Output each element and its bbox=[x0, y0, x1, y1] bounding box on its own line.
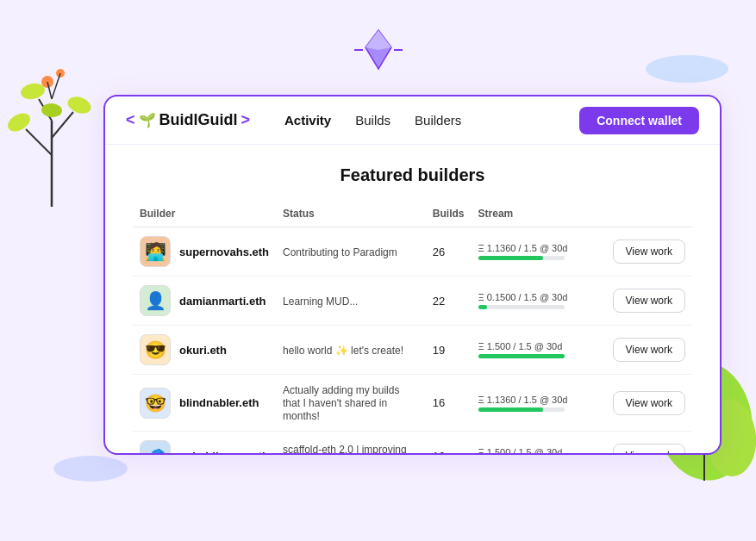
builds-cell: 19 bbox=[426, 326, 472, 375]
status-text: hello world ✨ let's create! bbox=[283, 345, 403, 357]
logo-text: BuidlGuidl bbox=[159, 111, 238, 129]
svg-line-10 bbox=[47, 82, 52, 99]
builder-cell: 👤 damianmarti.eth bbox=[133, 277, 276, 326]
view-work-cell: View work bbox=[606, 432, 692, 456]
svg-point-22 bbox=[646, 55, 728, 83]
table-row: 🧑‍💻 supernovahs.eth Contributing to Para… bbox=[133, 227, 692, 277]
svg-line-2 bbox=[52, 112, 73, 138]
status-cell: Contributing to Paradigm bbox=[276, 227, 426, 277]
svg-point-23 bbox=[53, 456, 128, 482]
nav-item-activity[interactable]: Activity bbox=[284, 109, 331, 131]
status-text: Contributing to Paradigm bbox=[283, 246, 397, 258]
view-work-button[interactable]: View work bbox=[613, 444, 685, 455]
builds-count: 16 bbox=[433, 450, 445, 456]
builds-count: 19 bbox=[433, 344, 445, 357]
stream-label: Ξ 1.1360 / 1.5 @ 30d bbox=[478, 395, 599, 405]
connect-wallet-button[interactable]: Connect wallet bbox=[579, 107, 699, 134]
stream-cell: Ξ 1.500 / 1.5 @ 30d bbox=[472, 326, 606, 375]
svg-line-3 bbox=[39, 99, 52, 121]
avatar: 🧢 bbox=[140, 440, 171, 455]
builds-cell: 22 bbox=[426, 277, 472, 326]
status-text: Learning MUD... bbox=[283, 295, 358, 308]
logo-bracket-close: > bbox=[241, 111, 251, 129]
builder-name: naimbijapure.eth bbox=[179, 450, 269, 456]
stream-bar-bg bbox=[478, 256, 565, 260]
svg-marker-18 bbox=[366, 30, 391, 69]
builds-count: 26 bbox=[433, 246, 445, 258]
builder-cell: 🧢 naimbijapure.eth bbox=[133, 432, 276, 456]
builder-cell: 🤓 blindnabler.eth bbox=[133, 375, 276, 432]
avatar: 🧑‍💻 bbox=[140, 236, 171, 267]
builder-name: blindnabler.eth bbox=[179, 396, 259, 409]
svg-point-8 bbox=[41, 76, 53, 88]
table-row: 😎 okuri.eth hello world ✨ let's create!1… bbox=[133, 326, 692, 375]
status-cell: scaffold-eth 2.0 | improving multisig.lo… bbox=[276, 432, 426, 456]
view-work-cell: View work bbox=[606, 277, 692, 326]
builders-table: Builder Status Builds Stream 🧑‍💻 superno… bbox=[133, 202, 692, 455]
builds-cell: 16 bbox=[426, 432, 472, 456]
view-work-button[interactable]: View work bbox=[613, 239, 685, 264]
decor-blob-left bbox=[52, 451, 129, 489]
builder-name: damianmarti.eth bbox=[179, 295, 266, 308]
builds-count: 16 bbox=[433, 396, 445, 409]
navbar: < 🌱 BuidlGuidl > Activity Builds Builder… bbox=[105, 96, 720, 145]
svg-point-4 bbox=[4, 109, 33, 135]
stream-bar-fill bbox=[478, 305, 487, 309]
nav-item-builds[interactable]: Builds bbox=[355, 109, 390, 131]
decor-diamond-icon bbox=[353, 26, 404, 81]
stream-bar-bg bbox=[478, 407, 565, 412]
view-work-button[interactable]: View work bbox=[613, 289, 685, 313]
decor-blob-right bbox=[644, 52, 730, 90]
stream-cell: Ξ 0.1500 / 1.5 @ 30d bbox=[472, 277, 606, 326]
view-work-cell: View work bbox=[606, 227, 692, 277]
table-row: 🧢 naimbijapure.eth scaffold-eth 2.0 | im… bbox=[133, 432, 692, 456]
avatar: 👤 bbox=[140, 285, 171, 316]
logo-icon: 🌱 bbox=[139, 112, 156, 128]
view-work-button[interactable]: View work bbox=[613, 391, 685, 415]
avatar: 🤓 bbox=[140, 388, 171, 419]
builder-name: supernovahs.eth bbox=[179, 246, 269, 258]
nav-item-builders[interactable]: Builders bbox=[415, 109, 461, 131]
svg-point-6 bbox=[20, 82, 47, 102]
status-text: scaffold-eth 2.0 | improving multisig.lo… bbox=[283, 444, 409, 455]
stream-cell: Ξ 1.500 / 1.5 @ 30d bbox=[472, 432, 606, 456]
stream-cell: Ξ 1.1360 / 1.5 @ 30d bbox=[472, 375, 606, 432]
stream-label: Ξ 0.1500 / 1.5 @ 30d bbox=[478, 292, 599, 302]
svg-line-11 bbox=[52, 73, 60, 99]
svg-point-5 bbox=[66, 94, 93, 116]
table-row: 👤 damianmarti.eth Learning MUD...22 Ξ 0.… bbox=[133, 277, 692, 326]
stream-bar-bg bbox=[478, 354, 565, 358]
col-header-stream: Stream bbox=[472, 202, 606, 227]
col-header-status: Status bbox=[276, 202, 426, 227]
stream-bar-fill bbox=[478, 354, 565, 358]
view-work-cell: View work bbox=[606, 326, 692, 375]
status-text: Actually adding my builds that I haven't… bbox=[283, 384, 399, 422]
svg-point-7 bbox=[41, 103, 62, 118]
stream-label: Ξ 1.1360 / 1.5 @ 30d bbox=[478, 243, 599, 253]
builds-cell: 26 bbox=[426, 227, 472, 277]
svg-marker-19 bbox=[366, 30, 391, 50]
svg-point-9 bbox=[56, 69, 65, 78]
status-cell: hello world ✨ let's create! bbox=[276, 326, 426, 375]
page-title: Featured builders bbox=[133, 165, 692, 185]
stream-label: Ξ 1.500 / 1.5 @ 30d bbox=[478, 341, 599, 351]
avatar: 😎 bbox=[140, 334, 171, 365]
view-work-button[interactable]: View work bbox=[613, 338, 685, 362]
logo: < 🌱 BuidlGuidl > bbox=[126, 111, 250, 129]
col-header-builder: Builder bbox=[133, 202, 276, 227]
stream-cell: Ξ 1.1360 / 1.5 @ 30d bbox=[472, 227, 606, 277]
col-header-builds: Builds bbox=[426, 202, 472, 227]
builds-count: 22 bbox=[433, 295, 445, 308]
stream-bar-bg bbox=[478, 305, 565, 309]
col-header-action bbox=[606, 202, 692, 227]
stream-label: Ξ 1.500 / 1.5 @ 30d bbox=[478, 447, 599, 455]
stream-bar-fill bbox=[478, 256, 543, 260]
builder-cell: 😎 okuri.eth bbox=[133, 326, 276, 375]
table-row: 🤓 blindnabler.eth Actually adding my bui… bbox=[133, 375, 692, 432]
view-work-cell: View work bbox=[606, 375, 692, 432]
status-cell: Learning MUD... bbox=[276, 277, 426, 326]
table-header-row: Builder Status Builds Stream bbox=[133, 202, 692, 227]
logo-bracket-open: < bbox=[126, 111, 135, 129]
builder-cell: 🧑‍💻 supernovahs.eth bbox=[133, 227, 276, 277]
status-cell: Actually adding my builds that I haven't… bbox=[276, 375, 426, 432]
